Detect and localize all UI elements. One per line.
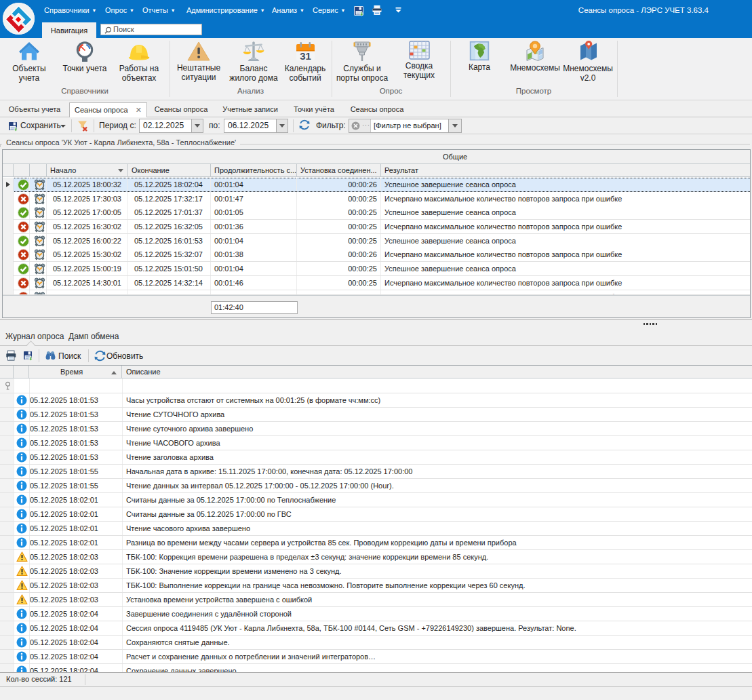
svg-text:31: 31 [300,50,311,62]
